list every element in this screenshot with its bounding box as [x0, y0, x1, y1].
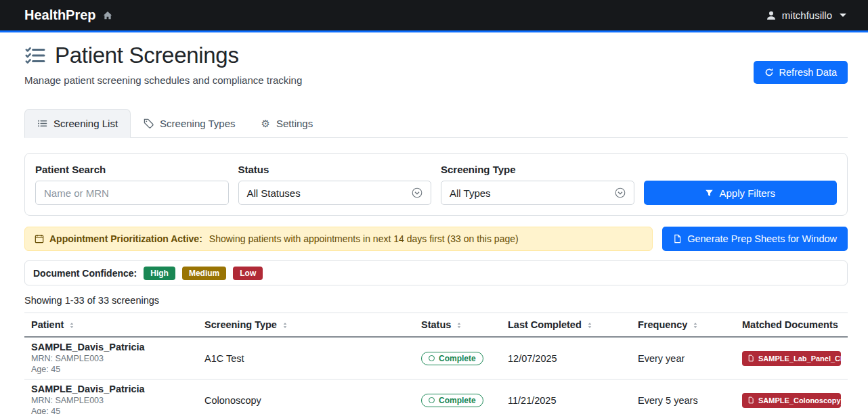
- confidence-badge-high: High: [144, 267, 175, 280]
- tag-icon: [144, 118, 154, 129]
- gear-icon: ⚙: [261, 118, 270, 129]
- column-header-screening-type[interactable]: Screening Type: [198, 313, 414, 338]
- refresh-data-button[interactable]: Refresh Data: [754, 61, 848, 84]
- file-icon: [747, 354, 754, 362]
- table-row: SAMPLE_Davis_Patricia MRN: SAMPLE003 Age…: [24, 380, 848, 414]
- screening-type-label: Screening Type: [441, 164, 634, 175]
- frequency-cell: Every 5 years: [631, 380, 735, 414]
- chevron-down-icon: [840, 14, 846, 17]
- circle-icon: [429, 355, 435, 361]
- page-header: Patient Screenings Manage patient screen…: [24, 41, 848, 86]
- prioritization-banner: Appointment Prioritization Active: Showi…: [24, 227, 653, 251]
- column-header-matched-documents: Matched Documents: [735, 313, 848, 338]
- confidence-label: Document Confidence:: [33, 268, 137, 279]
- column-header-patient[interactable]: Patient: [24, 313, 198, 338]
- sort-icon: [586, 321, 594, 329]
- filter-panel: Patient Search Status All Statuses Scree…: [24, 153, 848, 216]
- tab-screening-list[interactable]: Screening List: [24, 109, 131, 138]
- screening-type-select[interactable]: All Types: [441, 181, 634, 205]
- app-brand[interactable]: HealthPrep: [24, 7, 112, 23]
- screening-type-cell: A1C Test: [204, 353, 244, 364]
- table-header-row: Patient Screening Type Status Last Compl…: [24, 313, 848, 338]
- document-confidence-legend: Document Confidence: High Medium Low: [24, 260, 848, 285]
- screening-list-icon: [24, 45, 46, 66]
- tab-bar: Screening List Screening Types ⚙ Setting…: [24, 109, 848, 138]
- banner-text: Showing patients with appointments in ne…: [209, 233, 519, 244]
- patient-search-label: Patient Search: [35, 164, 229, 175]
- results-summary: Showing 1-33 of 33 screenings: [24, 295, 848, 306]
- sort-icon: [281, 321, 289, 329]
- patient-name: SAMPLE_Davis_Patricia: [31, 384, 191, 395]
- last-completed-cell: 12/07/2025: [501, 337, 631, 380]
- calendar-icon: [35, 234, 44, 244]
- user-icon: [766, 10, 777, 21]
- list-icon: [37, 118, 47, 129]
- status-select[interactable]: All Statuses: [238, 181, 432, 205]
- page-title: Patient Screenings: [55, 43, 239, 68]
- chevron-down-icon: [615, 187, 626, 198]
- patient-name: SAMPLE_Davis_Patricia: [31, 342, 191, 353]
- home-icon: [103, 11, 112, 20]
- file-icon: [673, 234, 682, 244]
- top-navbar: HealthPrep mitchfusillo: [0, 0, 868, 32]
- brand-name: HealthPrep: [24, 7, 96, 23]
- generate-prep-sheets-button[interactable]: Generate Prep Sheets for Window: [662, 227, 848, 251]
- frequency-cell: Every year: [631, 337, 735, 380]
- sort-icon: [691, 321, 699, 329]
- sort-icon: [68, 321, 76, 329]
- filter-icon: [705, 189, 714, 198]
- status-badge: Complete: [421, 352, 483, 365]
- table-row: SAMPLE_Davis_Patricia MRN: SAMPLE003 Age…: [24, 337, 848, 380]
- screening-type-cell: Colonoscopy: [204, 395, 261, 406]
- tab-screening-types[interactable]: Screening Types: [131, 109, 248, 138]
- patient-age: Age: 45: [31, 407, 191, 414]
- matched-document-badge[interactable]: SAMPLE_Colonoscopy_Re...: [742, 393, 841, 408]
- matched-document-badge[interactable]: SAMPLE_Lab_Panel_CBC...: [742, 351, 841, 366]
- refresh-icon: [764, 68, 774, 77]
- last-completed-cell: 11/21/2025: [501, 380, 631, 414]
- circle-icon: [429, 397, 435, 403]
- file-icon: [747, 396, 754, 404]
- sort-icon: [455, 321, 463, 329]
- screenings-table: Patient Screening Type Status Last Compl…: [24, 313, 848, 414]
- patient-mrn: MRN: SAMPLE003: [31, 396, 191, 406]
- patient-mrn: MRN: SAMPLE003: [31, 354, 191, 364]
- column-header-frequency[interactable]: Frequency: [631, 313, 735, 338]
- confidence-badge-medium: Medium: [182, 267, 226, 280]
- tab-settings[interactable]: ⚙ Settings: [248, 109, 326, 138]
- page-subtitle: Manage patient screening schedules and c…: [24, 74, 848, 86]
- patient-age: Age: 45: [31, 365, 191, 375]
- patient-search-input[interactable]: [35, 181, 229, 205]
- username: mitchfusillo: [782, 9, 832, 21]
- confidence-badge-low: Low: [233, 267, 263, 280]
- apply-filters-button[interactable]: Apply Filters: [644, 181, 838, 205]
- column-header-last-completed[interactable]: Last Completed: [501, 313, 631, 338]
- banner-title: Appointment Prioritization Active:: [49, 233, 202, 244]
- column-header-status[interactable]: Status: [414, 313, 501, 338]
- user-menu[interactable]: mitchfusillo: [766, 9, 846, 21]
- chevron-down-icon: [412, 187, 422, 198]
- status-badge: Complete: [421, 394, 483, 407]
- status-label: Status: [238, 164, 432, 175]
